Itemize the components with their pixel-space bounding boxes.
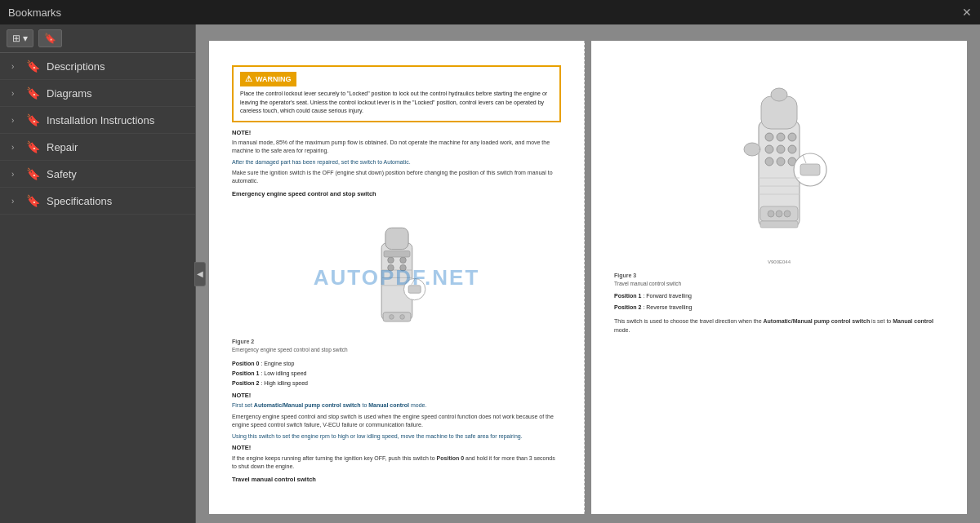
bookmark-icon-diagrams: 🔖 <box>26 86 40 100</box>
collapse-sidebar-button[interactable]: ◀ <box>194 262 206 286</box>
bookmark-icon-repair: 🔖 <box>26 140 40 153</box>
body-text-mid: is set to <box>870 318 893 324</box>
note3-bold2: Manual control <box>368 402 409 408</box>
pos2: Position 2 : High idling speed <box>232 379 561 388</box>
figure2-desc: Emergency engine speed control and stop … <box>232 347 348 352</box>
svg-point-8 <box>399 265 406 272</box>
figure2-number: Figure 2 <box>232 339 254 344</box>
bookmark-icon-specifications: 🔖 <box>26 194 40 207</box>
sidebar-item-diagrams[interactable]: › 🔖 Diagrams <box>0 80 195 107</box>
sidebar-bookmark-button[interactable]: 🔖 <box>38 29 62 47</box>
note4-sub: Using this switch to set the engine rpm … <box>232 432 561 441</box>
main-layout: ⊞ ▾ 🔖 › 🔖 Descriptions › 🔖 Diagrams › <box>0 24 980 523</box>
section1-title: Emergency engine speed control and stop … <box>232 190 561 199</box>
figure3-container: V900E044 <box>614 72 944 265</box>
right-pos1-label: Position 1 <box>614 293 641 299</box>
note2-text: After the damaged part has been repaired… <box>232 158 561 166</box>
svg-rect-10 <box>383 312 411 321</box>
figure3-caption-area: Figure 3 Travel manual control switch <box>614 272 944 287</box>
svg-rect-36 <box>800 164 820 175</box>
dropdown-arrow: ▾ <box>23 33 28 44</box>
pages-container: ⚠ WARNING Place the control lockout leve… <box>209 41 967 514</box>
sidebar-toolbar: ⊞ ▾ 🔖 <box>0 24 195 53</box>
note3-text: First set Automatic/Manual pump control … <box>232 401 561 410</box>
note2-sub: Make sure the ignition switch is the OFF… <box>232 169 561 185</box>
note1-text: In manual mode, 85% of the maximum pump … <box>232 139 561 155</box>
note1-label: NOTE! <box>232 129 561 138</box>
section2-title: Travel manual control switch <box>232 476 561 485</box>
svg-rect-9 <box>384 251 410 258</box>
body-text-bold1: Automatic/Manual pump control switch <box>763 318 870 324</box>
right-pos1-text: : Forward travelling <box>643 293 692 299</box>
bookmark-icon-safety: 🔖 <box>26 167 40 180</box>
svg-point-31 <box>768 211 774 217</box>
sidebar-item-safety[interactable]: › 🔖 Safety <box>0 161 195 188</box>
note5-text-before: If the engine keeps running after turnin… <box>232 455 437 461</box>
expand-arrow-descriptions: › <box>11 62 20 71</box>
note3-bold1: Automatic/Manual pump control switch <box>254 402 361 408</box>
note3-text-mid: to <box>361 402 369 408</box>
pos0-label: Position 0 <box>232 361 259 366</box>
warning-title: WARNING <box>256 74 292 85</box>
svg-point-11 <box>389 315 394 320</box>
page-right: V900E044 Figure 3 Travel manual control … <box>591 41 967 514</box>
expand-arrow-specifications: › <box>11 197 20 206</box>
pos2-text: : High idling speed <box>261 380 308 386</box>
pos0: Position 0 : Engine stop <box>232 360 561 368</box>
svg-point-26 <box>777 157 785 166</box>
bookmark-icon: 🔖 <box>44 33 56 44</box>
figure3-number: Figure 3 <box>614 273 636 278</box>
note3-text-end: mode. <box>409 402 426 408</box>
expand-arrow-installation: › <box>11 116 20 125</box>
title-bar-label: Bookmarks <box>8 7 61 19</box>
sidebar-label-descriptions: Descriptions <box>47 60 105 73</box>
figure3-joystick <box>730 72 828 259</box>
content-area[interactable]: ⚠ WARNING Place the control lockout leve… <box>196 24 980 523</box>
svg-point-24 <box>788 145 796 153</box>
body-text-bold2: Manual control <box>893 318 933 324</box>
svg-point-6 <box>399 257 406 264</box>
sidebar-view-button[interactable]: ⊞ ▾ <box>7 29 33 47</box>
svg-rect-1 <box>385 228 408 250</box>
svg-point-21 <box>788 133 796 141</box>
sidebar-label-specifications: Specifications <box>47 195 112 207</box>
figure3-code: V900E044 <box>614 259 944 265</box>
right-pos2-label: Position 2 <box>614 304 641 310</box>
close-button[interactable]: ✕ <box>962 6 972 19</box>
note4-text: Emergency engine speed control and stop … <box>232 413 561 429</box>
expand-arrow-safety: › <box>11 170 20 179</box>
svg-point-23 <box>777 145 785 153</box>
figure2-caption: Figure 2 Emergency engine speed control … <box>232 338 561 353</box>
svg-point-7 <box>387 265 394 272</box>
collapse-arrow-icon: ◀ <box>197 269 203 278</box>
right-pos2: Position 2 : Reverse travelling <box>614 304 944 312</box>
pos1-label: Position 1 <box>232 370 259 376</box>
warning-box: ⚠ WARNING Place the control lockout leve… <box>232 65 561 122</box>
sidebar-label-repair: Repair <box>47 141 78 153</box>
note5-label: NOTE! <box>232 444 561 453</box>
warning-text: Place the control lockout lever securely… <box>240 90 553 116</box>
svg-point-22 <box>765 145 773 153</box>
sidebar-item-repair[interactable]: › 🔖 Repair <box>0 134 195 161</box>
svg-rect-14 <box>408 286 421 293</box>
figure2-joystick <box>360 205 434 335</box>
sidebar-item-specifications[interactable]: › 🔖 Specifications <box>0 188 195 215</box>
svg-point-19 <box>765 133 773 141</box>
sidebar-item-descriptions[interactable]: › 🔖 Descriptions <box>0 53 195 80</box>
expand-arrow-repair: › <box>11 143 20 152</box>
bookmark-icon-installation: 🔖 <box>26 113 40 126</box>
right-pos1: Position 1 : Forward travelling <box>614 292 944 300</box>
svg-point-18 <box>771 88 787 101</box>
svg-point-33 <box>784 211 791 217</box>
note3-text-first: First set <box>232 402 254 408</box>
sidebar-wrapper: ⊞ ▾ 🔖 › 🔖 Descriptions › 🔖 Diagrams › <box>0 24 196 523</box>
expand-arrow-diagrams: › <box>11 89 20 98</box>
warning-triangle-icon: ⚠ <box>245 73 252 85</box>
svg-point-32 <box>776 211 782 217</box>
page-left: ⚠ WARNING Place the control lockout leve… <box>209 41 585 514</box>
svg-point-28 <box>744 143 760 156</box>
note5-bold: Position 0 <box>437 455 464 461</box>
figure2-container: Figure 2 Emergency engine speed control … <box>232 205 561 353</box>
sidebar-item-installation[interactable]: › 🔖 Installation Instructions <box>0 107 195 134</box>
pos0-text: : Engine stop <box>261 361 294 366</box>
